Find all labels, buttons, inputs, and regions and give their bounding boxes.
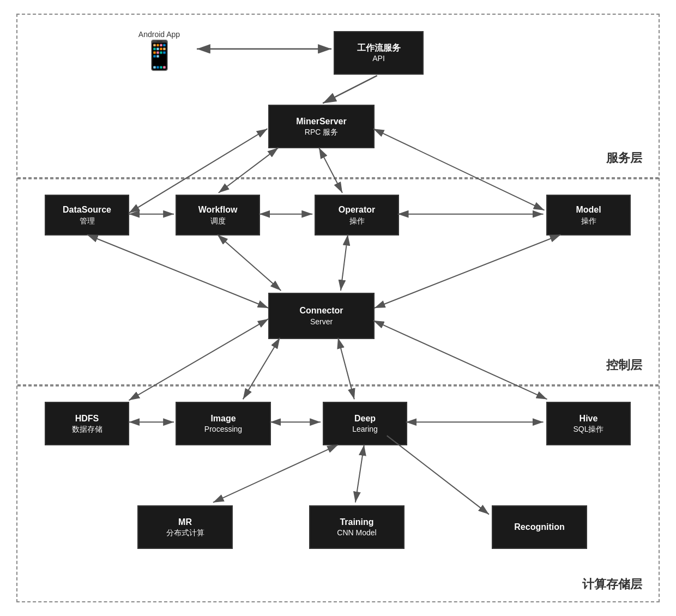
mr-line2: 分布式计算 xyxy=(166,528,204,538)
image-processing-box: Image Processing xyxy=(176,402,271,445)
connector-line1: Connector xyxy=(300,305,343,317)
workflow-api-line2: API xyxy=(372,53,385,63)
diagram-container: 服务层 控制层 计算存储层 Android App 📱 工作流服务 API Mi… xyxy=(16,14,660,602)
operator-line2: 操作 xyxy=(349,216,365,226)
hdfs-box: HDFS 数据存储 xyxy=(45,402,129,445)
image-processing-line2: Processing xyxy=(204,424,242,434)
deep-learning-line2: Learing xyxy=(352,424,378,434)
operator-line1: Operator xyxy=(339,204,376,216)
deep-learning-line1: Deep xyxy=(354,413,376,425)
recognition-line1: Recognition xyxy=(514,522,564,533)
workflow-line2: 调度 xyxy=(210,216,226,226)
miner-server-line1: MinerServer xyxy=(296,116,347,128)
deep-learning-box: Deep Learing xyxy=(323,402,407,445)
android-container: Android App 📱 xyxy=(124,30,195,69)
miner-server-line2: RPC 服务 xyxy=(305,127,338,137)
training-line2: CNN Model xyxy=(337,528,376,538)
hive-line2: SQL操作 xyxy=(573,424,603,434)
model-box: Model 操作 xyxy=(546,195,631,235)
mr-box: MR 分布式计算 xyxy=(137,505,233,549)
workflow-line1: Workflow xyxy=(198,204,238,216)
control-layer-label: 控制层 xyxy=(606,357,642,373)
model-line2: 操作 xyxy=(581,216,596,226)
connector-box: Connector Server xyxy=(268,293,375,339)
hdfs-line1: HDFS xyxy=(75,413,99,425)
datasource-line2: 管理 xyxy=(80,216,95,226)
workflow-api-box: 工作流服务 API xyxy=(334,31,424,75)
datasource-line1: DataSource xyxy=(63,204,111,216)
image-processing-line1: Image xyxy=(210,413,236,425)
mr-line1: MR xyxy=(178,517,192,528)
android-label: Android App xyxy=(138,30,180,39)
compute-layer-label: 计算存储层 xyxy=(582,576,642,593)
model-line1: Model xyxy=(576,204,601,216)
connector-line2: Server xyxy=(310,317,333,327)
service-layer-label: 服务层 xyxy=(606,150,642,166)
workflow-box: Workflow 调度 xyxy=(176,195,260,235)
operator-box: Operator 操作 xyxy=(315,195,399,235)
training-box: Training CNN Model xyxy=(309,505,405,549)
hive-box: Hive SQL操作 xyxy=(546,402,631,445)
hive-line1: Hive xyxy=(580,413,598,425)
hdfs-line2: 数据存储 xyxy=(72,424,102,434)
phone-icon: 📱 xyxy=(142,41,177,69)
training-line1: Training xyxy=(340,517,373,528)
workflow-api-line1: 工作流服务 xyxy=(357,43,401,54)
miner-server-box: MinerServer RPC 服务 xyxy=(268,105,375,148)
recognition-box: Recognition xyxy=(492,505,587,549)
datasource-box: DataSource 管理 xyxy=(45,195,129,235)
